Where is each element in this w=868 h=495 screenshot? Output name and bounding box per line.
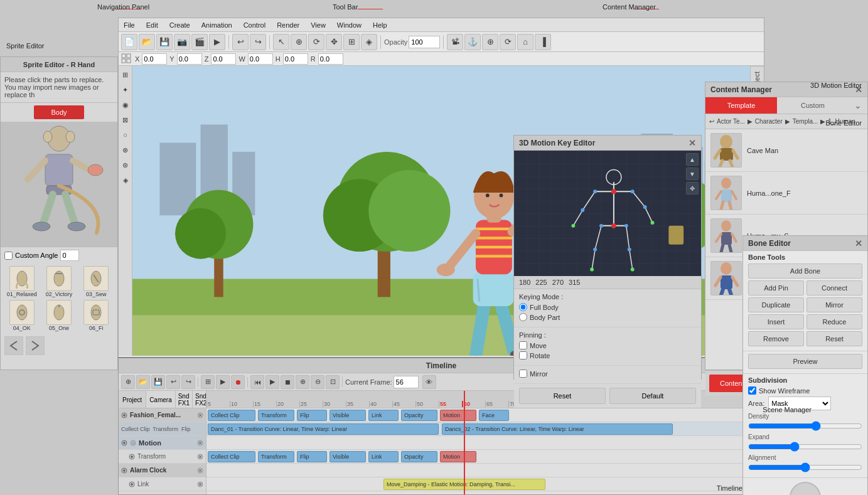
motion-default-btn[interactable]: Default xyxy=(609,388,696,404)
cm-collapse[interactable]: ⌄ xyxy=(849,97,867,114)
alarm-close-icon[interactable] xyxy=(197,467,203,474)
h-input[interactable] xyxy=(283,53,308,65)
new-btn[interactable]: 📄 xyxy=(121,34,137,50)
tool-pin[interactable]: ◉ xyxy=(119,98,132,111)
clip-alarm-motion[interactable]: Motion xyxy=(440,451,476,462)
open-btn[interactable]: 📂 xyxy=(139,34,155,50)
menu-create[interactable]: Create xyxy=(167,20,193,30)
track-row-link[interactable]: Link xyxy=(119,477,206,491)
grid-btn[interactable]: ⊕ xyxy=(482,34,498,50)
tab-project-tl[interactable]: Project xyxy=(119,391,146,408)
sprite-scroll-next[interactable] xyxy=(26,336,45,355)
tl-zoom-out[interactable]: ⊖ xyxy=(311,375,324,389)
breadcrumb-3[interactable]: Templa... xyxy=(793,118,818,125)
insert-btn[interactable]: Insert xyxy=(748,314,804,329)
cm-item-2[interactable]: Huma...one_F xyxy=(705,172,867,215)
sprite-item-2[interactable]: 02_Victory xyxy=(41,266,76,297)
custom-angle-checkbox[interactable] xyxy=(4,252,13,260)
reset-view-btn[interactable]: ⟳ xyxy=(500,34,516,50)
cm-item-1[interactable]: Cave Man xyxy=(705,129,867,172)
x-input[interactable] xyxy=(142,53,167,65)
rotate-btn[interactable]: ⟳ xyxy=(308,34,324,50)
redo-btn[interactable]: ↪ xyxy=(250,34,266,50)
tl-zoom-in[interactable]: ⊕ xyxy=(296,375,309,389)
expand-slider[interactable] xyxy=(748,442,862,452)
tool-bone[interactable]: ✦ xyxy=(119,83,132,96)
clip-alarm-flip[interactable]: Flip xyxy=(297,451,327,462)
body-part-radio[interactable] xyxy=(519,313,527,321)
sprite-item-1[interactable]: 01_Relaxed xyxy=(4,266,39,297)
tl-undo[interactable]: ↩ xyxy=(166,375,180,389)
home-btn[interactable]: ⌂ xyxy=(517,34,533,50)
clip-opacity[interactable]: Opacity xyxy=(401,410,437,421)
clip-flip[interactable]: Flip xyxy=(297,410,327,421)
transform-btn[interactable]: ⊕ xyxy=(291,34,307,50)
current-frame-input[interactable] xyxy=(394,376,419,388)
ruler-btn[interactable]: ▐ xyxy=(535,34,551,50)
motion-expand-icon[interactable]: ○ xyxy=(130,440,136,446)
track-row-motion[interactable]: ○ Motion xyxy=(119,436,206,450)
undo-btn[interactable]: ↩ xyxy=(232,34,249,50)
mirror-btn[interactable]: Mirror xyxy=(806,297,862,312)
rotate-checkbox[interactable] xyxy=(519,351,527,359)
menu-animation[interactable]: Animation xyxy=(199,20,235,30)
tool-grid[interactable]: ⊞ xyxy=(119,68,132,81)
tl-play[interactable]: ▶ xyxy=(265,375,279,389)
menu-control[interactable]: Control xyxy=(241,20,268,30)
menu-help[interactable]: Help xyxy=(370,20,390,30)
tl-eye[interactable]: 👁 xyxy=(422,375,436,389)
motion-close-icon[interactable] xyxy=(197,440,203,446)
camera-btn[interactable]: 📽 xyxy=(447,34,463,50)
link-close-icon[interactable] xyxy=(197,481,203,487)
tool-mesh[interactable]: ⊠ xyxy=(119,114,132,126)
export-btn[interactable]: ▶ xyxy=(209,34,225,50)
tl-fit[interactable]: ⊡ xyxy=(326,375,340,389)
tool-more3[interactable]: ◈ xyxy=(119,174,132,186)
opacity-input[interactable] xyxy=(409,36,440,48)
tl-open[interactable]: 📂 xyxy=(136,375,150,389)
y-input[interactable] xyxy=(177,53,202,65)
clip-visible[interactable]: Visible xyxy=(330,410,366,421)
deform-btn[interactable]: ◈ xyxy=(361,34,377,50)
r-input[interactable] xyxy=(318,53,343,65)
mirror-checkbox[interactable] xyxy=(519,370,527,378)
clip-link[interactable]: Link xyxy=(368,410,399,421)
menu-file[interactable]: File xyxy=(121,20,137,30)
track-close-icon[interactable] xyxy=(197,412,203,418)
back-btn[interactable]: ↩ xyxy=(709,118,714,125)
sprite-scroll-prev[interactable] xyxy=(4,336,23,355)
clip-danc02[interactable]: Dancs_02 - Transition Curve: Linear, Tim… xyxy=(442,423,673,435)
clip-motion[interactable]: Motion xyxy=(440,410,476,421)
clip-alarm-collect[interactable]: Collect Clip xyxy=(208,451,255,462)
tab-sfx2-tl[interactable]: Snd FX2 xyxy=(193,391,206,408)
tl-new[interactable]: ⊕ xyxy=(121,375,135,389)
breadcrumb-2[interactable]: Character xyxy=(755,118,783,125)
tl-prev-key[interactable]: ⏮ xyxy=(250,375,264,389)
select-btn[interactable]: ↖ xyxy=(273,34,289,50)
connect-btn[interactable]: Connect xyxy=(806,280,862,295)
duplicate-btn[interactable]: Duplicate xyxy=(748,297,804,312)
track-row-fashion[interactable]: Fashion_Femal... xyxy=(119,408,206,422)
track-row-motion2[interactable]: Motion xyxy=(119,491,206,494)
reduce-btn[interactable]: Reduce xyxy=(806,314,862,329)
clip-face[interactable]: Face xyxy=(479,410,509,421)
body-button[interactable]: Body xyxy=(34,105,84,119)
motion-editor-close[interactable]: ✕ xyxy=(689,138,696,148)
anchor-btn[interactable]: ⚓ xyxy=(464,34,481,50)
menu-render[interactable]: Render xyxy=(274,20,302,30)
z-input[interactable] xyxy=(211,53,236,65)
tl-redo[interactable]: ↪ xyxy=(181,375,195,389)
breadcrumb-1[interactable]: Actor Te... xyxy=(717,118,745,125)
capture-btn[interactable]: 📷 xyxy=(174,34,190,50)
sprite-item-4[interactable]: 04_OK xyxy=(4,300,39,331)
camera-up[interactable]: ▲ xyxy=(686,153,699,166)
clip-alarm-visible[interactable]: Visible xyxy=(330,451,366,462)
add-pin-btn[interactable]: Add Pin xyxy=(748,280,804,295)
camera-cross[interactable]: ✥ xyxy=(686,182,699,194)
remove-btn[interactable]: Remove xyxy=(748,331,804,346)
tool-more2[interactable]: ⊛ xyxy=(119,159,132,171)
clip-danc01[interactable]: Danc_01 - Transition Curve: Linear, Time… xyxy=(208,423,439,435)
menu-window[interactable]: Window xyxy=(335,20,364,30)
clip-alarm-link[interactable]: Link xyxy=(368,451,399,462)
track-row-transform[interactable]: Transform xyxy=(119,450,206,464)
